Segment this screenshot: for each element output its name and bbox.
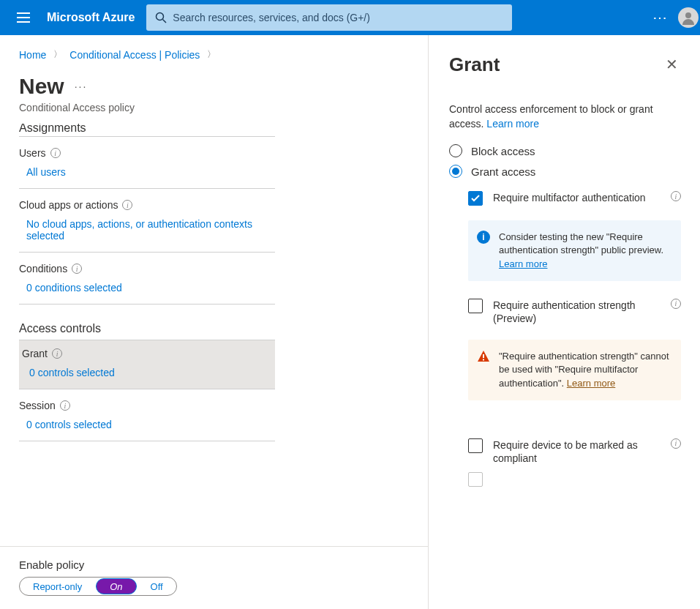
user-avatar[interactable] (678, 7, 699, 28)
cloud-apps-value-link[interactable]: No cloud apps, actions, or authenticatio… (19, 218, 275, 247)
checkbox-partial[interactable] (468, 472, 483, 487)
info-icon[interactable]: i (52, 348, 62, 359)
radio-icon (449, 144, 462, 157)
svg-point-2 (685, 12, 691, 18)
hamburger-menu[interactable] (6, 0, 41, 35)
svg-line-1 (163, 20, 167, 23)
cloud-apps-label: Cloud apps or actions (19, 199, 118, 211)
chevron-right-icon: 〉 (207, 48, 216, 61)
info-icon[interactable]: i (671, 191, 681, 201)
toggle-on[interactable]: On (96, 578, 136, 594)
learn-more-link[interactable]: Learn more (567, 378, 615, 389)
info-icon[interactable]: i (671, 438, 681, 449)
radio-icon (449, 165, 462, 178)
breadcrumb: Home 〉 Conditional Access | Policies 〉 (19, 48, 421, 61)
info-icon[interactable]: i (122, 200, 132, 210)
enable-policy-toggle[interactable]: Report-only On Off (19, 577, 177, 596)
access-controls-heading: Access controls (19, 322, 275, 340)
users-value-link[interactable]: All users (19, 166, 275, 184)
users-label: Users (19, 147, 46, 159)
global-search[interactable] (146, 4, 512, 31)
grant-panel-description: Control access enforcement to block or g… (449, 102, 681, 131)
require-mfa-label: Require multifactor authentication (493, 191, 661, 204)
svg-rect-6 (483, 359, 484, 361)
grant-panel-title: Grant (449, 53, 500, 76)
info-icon[interactable]: i (50, 148, 61, 158)
brand-label[interactable]: Microsoft Azure (41, 11, 146, 24)
warning-callout: "Require authentication strength" cannot… (468, 340, 681, 400)
close-icon[interactable]: ✕ (663, 53, 681, 76)
checkbox-require-mfa[interactable] (468, 191, 483, 206)
page-more-button[interactable]: ··· (75, 81, 88, 92)
require-auth-strength-label: Require authentication strength (Preview… (493, 299, 661, 325)
assignments-heading: Assignments (19, 124, 275, 137)
svg-text:i: i (482, 232, 484, 242)
info-icon[interactable]: i (72, 264, 82, 274)
learn-more-link[interactable]: Learn more (486, 118, 539, 130)
toggle-report-only[interactable]: Report-only (20, 578, 95, 595)
grant-label: Grant (22, 348, 48, 359)
search-icon (155, 12, 167, 23)
chevron-right-icon: 〉 (53, 48, 62, 61)
page-subtitle: Conditional Access policy (19, 102, 421, 113)
enable-policy-label: Enable policy (19, 558, 421, 571)
conditions-value-link[interactable]: 0 conditions selected (19, 282, 275, 299)
radio-grant-access[interactable]: Grant access (449, 165, 681, 178)
info-icon[interactable]: i (671, 299, 681, 309)
topbar-more-button[interactable]: ⋯ (643, 0, 678, 35)
toggle-off[interactable]: Off (138, 578, 176, 595)
info-circle-icon: i (477, 231, 490, 244)
info-callout: i Consider testing the new "Require auth… (468, 220, 681, 281)
grant-value-link[interactable]: 0 controls selected (22, 367, 275, 384)
session-label: Session (19, 400, 56, 411)
checkbox-require-auth-strength[interactable] (468, 299, 483, 313)
page-title: New (19, 74, 64, 99)
info-icon[interactable]: i (60, 400, 70, 411)
radio-block-access[interactable]: Block access (449, 144, 681, 157)
warning-icon (477, 350, 490, 363)
conditions-label: Conditions (19, 263, 67, 274)
learn-more-link[interactable]: Learn more (499, 258, 547, 269)
checkbox-require-compliant-device[interactable] (468, 438, 483, 453)
require-compliant-device-label: Require device to be marked as compliant (493, 438, 661, 465)
search-input[interactable] (173, 12, 503, 23)
svg-point-0 (157, 13, 164, 20)
breadcrumb-conditional-access[interactable]: Conditional Access | Policies (69, 49, 200, 61)
svg-rect-5 (483, 354, 484, 358)
breadcrumb-home[interactable]: Home (19, 49, 46, 61)
session-value-link[interactable]: 0 controls selected (19, 419, 275, 436)
